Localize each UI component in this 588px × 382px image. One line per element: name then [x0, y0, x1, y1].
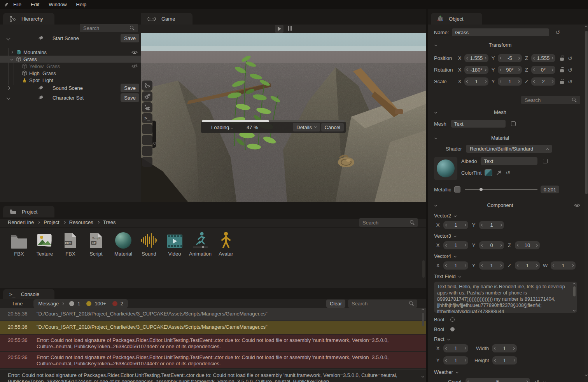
rect-height-field[interactable]: 1	[492, 356, 517, 364]
tab-console[interactable]: >_ Console	[3, 289, 54, 299]
tree-item-grass-selected[interactable]: Grass	[0, 56, 141, 63]
info-badge-count[interactable]: 1	[77, 301, 80, 307]
material-preview-tile[interactable]	[434, 157, 457, 180]
warning-badge-count[interactable]: 100+	[94, 301, 106, 307]
reset-icon[interactable]: ↺	[568, 56, 572, 61]
count-reset-icon[interactable]: ↺	[535, 379, 539, 382]
scrollbar-thumb[interactable]	[422, 313, 424, 326]
albedo-object-picker[interactable]	[543, 159, 548, 163]
vector4-w-field[interactable]: 1	[551, 261, 576, 270]
rotation-y-field[interactable]: 90°	[498, 66, 522, 74]
scrollbar-thumb[interactable]	[585, 31, 588, 194]
scale-z-field[interactable]: 2	[531, 77, 555, 86]
project-search-input[interactable]	[359, 218, 418, 227]
toolbar-empty-slot[interactable]	[142, 124, 152, 134]
weather-count-field[interactable]: 5	[466, 378, 530, 382]
error-badge-icon[interactable]	[112, 301, 117, 306]
vector3-z-field[interactable]: 10	[515, 241, 540, 249]
rect-width-field[interactable]: 1	[492, 344, 517, 352]
menu-item-file[interactable]: File	[13, 2, 21, 7]
vector2-y-field[interactable]: 1	[479, 221, 504, 229]
lock-icon[interactable]	[560, 81, 564, 84]
reset-icon[interactable]: ↺	[568, 67, 572, 73]
tree-item-mountains[interactable]: Mountains	[0, 49, 141, 56]
project-item-sound[interactable]: Sound	[136, 231, 162, 257]
warning-badge-icon[interactable]	[86, 301, 91, 306]
rotation-x-field[interactable]: -180°	[464, 66, 488, 74]
hierarchy-search[interactable]	[80, 24, 138, 32]
project-item-fbx-file[interactable]: FBX FBX	[58, 231, 83, 257]
project-item-texture[interactable]: Texture	[32, 231, 58, 257]
tree-item-high-grass[interactable]: High_Grass	[0, 70, 141, 77]
breadcrumb-trees[interactable]: Trees	[103, 219, 116, 225]
menu-item-window[interactable]: Window	[49, 2, 66, 7]
name-reset-icon[interactable]: ↺	[555, 30, 560, 35]
scene-row-character-set[interactable]: Character Set Save	[0, 93, 141, 102]
settings-gears-button[interactable]	[142, 91, 152, 102]
project-item-avatar[interactable]: Avatar	[213, 231, 239, 257]
reset-icon[interactable]: ↺	[568, 79, 572, 84]
project-search[interactable]	[359, 218, 418, 227]
colortint-reset-icon[interactable]: ↺	[506, 170, 510, 175]
eyedropper-icon[interactable]	[496, 170, 502, 175]
chevron-down-icon[interactable]	[447, 338, 450, 340]
console-search-input[interactable]	[348, 300, 417, 308]
project-item-animation[interactable]: Animation	[187, 231, 213, 257]
chevron-down-icon[interactable]	[10, 58, 13, 60]
toolbar-empty-slot[interactable]	[142, 135, 152, 145]
save-button[interactable]: Save	[121, 84, 139, 92]
play-button[interactable]	[275, 25, 284, 33]
hierarchy-tool-button[interactable]	[142, 81, 152, 91]
name-field[interactable]: Grass	[452, 28, 549, 36]
bool1-toggle[interactable]	[450, 317, 455, 322]
color-swatch[interactable]	[485, 169, 492, 176]
mesh-section-header[interactable]: Mesh	[434, 107, 582, 117]
console-scrollbar[interactable]	[422, 309, 425, 380]
vector3-x-field[interactable]: 1	[443, 241, 468, 249]
info-badge-icon[interactable]	[69, 301, 74, 306]
position-z-field[interactable]: 1.555	[531, 54, 555, 62]
inspector-search-input[interactable]	[521, 96, 580, 104]
mesh-field[interactable]: Text	[451, 120, 506, 128]
text-field-textarea[interactable]: Text field, Hello, my name is RenderLine…	[434, 282, 577, 313]
component-eye-icon[interactable]	[574, 203, 580, 207]
project-item-fbx-folder[interactable]: FBX	[6, 231, 32, 257]
chevron-right-icon[interactable]	[10, 51, 13, 53]
vector2-x-field[interactable]: 1	[443, 221, 468, 229]
inspector-scrollbar[interactable]	[584, 25, 588, 382]
clear-button[interactable]: Clear	[326, 300, 345, 308]
position-x-field[interactable]: 1.555	[464, 54, 488, 62]
scroll-down-arrow[interactable]	[422, 375, 424, 378]
visibility-eye-icon[interactable]	[131, 50, 138, 54]
tab-hierarchy[interactable]: Hierarchy	[3, 13, 54, 25]
chevron-down-icon[interactable]	[543, 380, 546, 382]
scroll-up-arrow[interactable]	[422, 308, 424, 311]
message-column-label[interactable]: Message	[38, 301, 59, 307]
position-y-field[interactable]: -5	[498, 54, 522, 62]
shader-dropdown[interactable]: RenderLine/BuiltIn/Standard	[466, 145, 552, 153]
vector3-y-field[interactable]: 0	[479, 241, 504, 249]
console-search[interactable]	[348, 300, 417, 308]
lock-icon[interactable]	[560, 58, 564, 61]
rotation-z-field[interactable]: 0°	[531, 66, 555, 74]
chevron-down-icon[interactable]	[454, 214, 457, 217]
console-row-error[interactable]: 20:55:36 Error: Could not load signature…	[0, 352, 426, 368]
metallic-slider-thumb[interactable]	[480, 188, 483, 191]
properties-sliders-button[interactable]	[142, 102, 152, 112]
metallic-slider[interactable]	[465, 187, 537, 192]
tab-project[interactable]: Project	[3, 206, 54, 217]
hierarchy-search-input[interactable]	[80, 24, 138, 32]
cancel-button[interactable]: Cancel	[321, 123, 344, 131]
console-detail-row[interactable]: Error: Could not load signature of Packa…	[0, 370, 426, 382]
save-button[interactable]: Save	[121, 34, 139, 42]
material-section-header[interactable]: Material	[434, 133, 582, 142]
save-button[interactable]: Save	[121, 93, 139, 102]
toolbar-empty-slot[interactable]	[142, 146, 152, 156]
lock-icon[interactable]	[560, 69, 564, 72]
chevron-down-icon[interactable]	[7, 96, 10, 100]
breadcrumb-renderline[interactable]: RenderLine	[8, 219, 34, 225]
project-scrollbar[interactable]	[422, 260, 425, 278]
inspector-search[interactable]	[521, 96, 580, 104]
console-row-error[interactable]: 20:55:36 Error: Could not load signature…	[0, 335, 426, 351]
albedo-field[interactable]: Text	[481, 157, 537, 165]
